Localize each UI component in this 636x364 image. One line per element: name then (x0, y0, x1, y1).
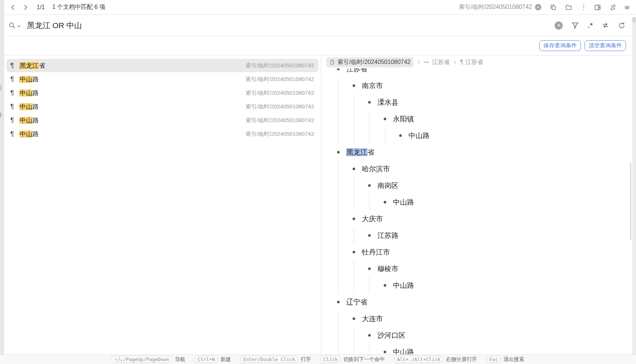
window-menu-w[interactable]: w (625, 4, 629, 11)
more-options-icon[interactable]: ⋮ (581, 4, 586, 11)
search-input[interactable] (27, 21, 555, 30)
breadcrumb-item[interactable]: 江苏省 (424, 58, 450, 66)
paragraph-icon: ¶ (10, 62, 19, 70)
window-scrollbar-track[interactable] (632, 17, 636, 354)
search-result-row[interactable]: ¶ 中山路 索引/临时/20240501080742 (6, 100, 319, 113)
bullet-icon[interactable] (353, 218, 355, 220)
save-query-button[interactable]: 保存查询条件 (539, 40, 581, 51)
tab-close-icon[interactable] (535, 4, 541, 10)
dock-tab-glyph[interactable]: 持 (0, 112, 4, 119)
search-type-selector[interactable] (9, 22, 21, 29)
search-result-row[interactable]: ¶ 中山路 索引/临时/20240501080742 (6, 86, 319, 100)
document-tab[interactable]: 索引/临时/20240501080742 (459, 3, 541, 11)
outline-item[interactable]: 牡丹江市 (321, 244, 632, 260)
bullet-icon[interactable] (384, 284, 386, 287)
bullet-icon[interactable] (368, 184, 371, 187)
layout-right-panel-icon[interactable] (594, 4, 601, 11)
outline-item[interactable]: 永阳镇 (321, 111, 632, 127)
search-result-row[interactable]: ¶ 中山路 索引/临时/20240501080742 (6, 127, 319, 141)
dock-tab-glyph[interactable]: 页 (0, 84, 4, 91)
copy-icon[interactable] (549, 4, 557, 11)
outline-item[interactable]: 中山路 (321, 127, 632, 144)
bullet-icon[interactable] (337, 301, 340, 303)
outline-item[interactable]: 江苏路 (321, 227, 632, 244)
tree-guide-line (338, 327, 339, 344)
breadcrumb-label: 江苏省 (465, 58, 483, 66)
outline-item-text: 大连市 (362, 314, 383, 324)
nav-forward-icon[interactable] (22, 4, 29, 11)
search-result-row[interactable]: ¶ 黑龙江省 索引/临时/20240501080742 (6, 59, 319, 72)
bullet-icon[interactable] (353, 251, 355, 253)
outline-item[interactable]: 中山路 (321, 194, 632, 210)
highlighted-match: 中山 (19, 76, 33, 83)
replace-icon[interactable] (601, 21, 610, 30)
document-tab-label: 索引/临时/20240501080742 (459, 3, 532, 11)
paragraph-icon: ¶ (10, 75, 19, 83)
outline-item[interactable]: 大庆市 (321, 210, 632, 227)
result-text: 中山路 (19, 75, 39, 84)
bullet-icon[interactable] (384, 118, 386, 120)
tree-guide-line (354, 344, 354, 354)
bullet-icon[interactable] (353, 317, 355, 320)
bullet-icon[interactable] (399, 134, 402, 137)
outline-item-text: 黑龙江省 (346, 148, 374, 157)
outline-item[interactable]: 哈尔滨市 (321, 161, 632, 177)
bullet-icon[interactable] (368, 334, 371, 337)
tree-guide-line (369, 127, 370, 144)
query-actions-row: 保存查询条件 清空查询条件 (4, 36, 632, 55)
document-outline: 江苏省 南京市 溧水县 永阳镇 中山路 黑龙江省 哈尔滨市 (321, 61, 632, 354)
clear-query-button[interactable]: 清空查询条件 (585, 40, 626, 51)
window-scrollbar-thumb[interactable] (633, 18, 635, 22)
status-hint-label: 切换到下一个命中 (343, 356, 385, 363)
bullet-icon[interactable] (337, 151, 340, 154)
outline-item[interactable]: 中山路 (321, 344, 632, 354)
outline-item[interactable]: 溧水县 (321, 94, 632, 111)
outline-item[interactable]: 辽宁省 (321, 294, 632, 310)
refresh-icon[interactable] (618, 21, 626, 30)
preview-pane: 江苏省 南京市 溧水县 永阳镇 中山路 黑龙江省 哈尔滨市 (321, 56, 632, 354)
tree-guide-line (338, 260, 339, 277)
outline-item-text: 溧水县 (377, 98, 398, 107)
regex-toggle[interactable]: .* (588, 21, 593, 30)
nav-back-icon[interactable] (9, 4, 17, 11)
search-result-row[interactable]: ¶ 中山路 索引/临时/20240501080742 (6, 114, 319, 127)
outline-item[interactable]: 中山路 (321, 277, 632, 294)
outline-item[interactable]: 穆棱市 (321, 260, 632, 277)
paragraph-icon: ¶ (10, 103, 19, 111)
bullet-icon[interactable] (368, 267, 371, 270)
breadcrumb-label: 江苏省 (432, 58, 450, 66)
highlighted-match: 中山 (19, 103, 33, 110)
outline-item[interactable]: 黑龙江省 (321, 144, 632, 161)
outline-item[interactable]: 南京市 (321, 77, 632, 94)
folder-icon[interactable] (565, 4, 572, 11)
bullet-icon[interactable] (368, 101, 371, 104)
breadcrumb-separator-icon (416, 60, 421, 65)
bullet-icon[interactable] (368, 234, 371, 237)
filter-icon[interactable] (571, 21, 579, 30)
outline-item-text: 哈尔滨市 (362, 164, 390, 174)
bullet-icon[interactable] (353, 168, 355, 170)
tree-guide-line (338, 161, 339, 177)
tree-guide-line (338, 94, 339, 111)
bullet-icon[interactable] (384, 201, 386, 203)
outline-item[interactable]: 南岗区 (321, 177, 632, 194)
status-hint-keys: Click (321, 356, 340, 363)
outline-item-text: 穆棱市 (377, 264, 398, 274)
breadcrumb-item[interactable]: 索引/临时/20240501080742 (326, 57, 413, 67)
outline-item-text: 南岗区 (377, 181, 398, 191)
unlink-icon[interactable] (609, 4, 617, 11)
preview-scrollbar-thumb[interactable] (630, 163, 631, 240)
topbar-right-group: 索引/临时/20240501080742 ⋮ w (459, 3, 629, 11)
status-hint-keys: ↑/↓/PageUp/PageDown (112, 356, 172, 363)
bullet-icon[interactable] (353, 84, 355, 87)
tree-guide-line (338, 194, 339, 210)
outline-item[interactable]: 大连市 (321, 310, 632, 327)
clear-search-icon[interactable] (555, 21, 563, 30)
result-text: 中山路 (19, 130, 39, 138)
bullet-icon[interactable] (384, 351, 386, 353)
outline-item[interactable]: 沙河口区 (321, 327, 632, 344)
highlighted-match: 中山 (19, 131, 33, 138)
search-result-row[interactable]: ¶ 中山路 索引/临时/20240501080742 (6, 73, 319, 86)
breadcrumb-item[interactable]: ¶江苏省 (460, 58, 483, 66)
search-bar: .* (4, 15, 632, 36)
